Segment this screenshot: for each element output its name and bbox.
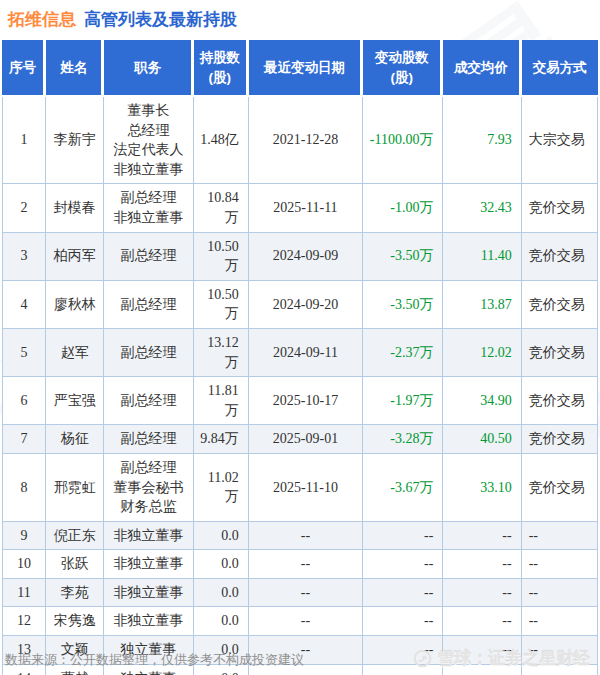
cell-change: -2.37万: [363, 329, 443, 377]
table-row: 8邢霓虹副总经理董事会秘书财务总监11.02万2025-11-10-3.67万3…: [2, 454, 598, 522]
cell-price: 40.50: [443, 425, 521, 454]
cell-name: 严宝强: [46, 377, 104, 425]
cell-method: 竞价交易: [522, 281, 598, 329]
page-title: 拓维信息高管列表及最新持股: [8, 8, 237, 31]
cell-price: 11.40: [443, 233, 521, 281]
cell-change: --: [363, 550, 443, 579]
table-row: 7杨征副总经理9.84万2025-09-01-3.28万40.50竞价交易: [2, 425, 598, 454]
column-header-position: 职务: [104, 40, 193, 97]
column-header-date: 最近变动日期: [249, 40, 363, 97]
cell-method: --: [522, 607, 598, 636]
cell-name: 廖秋林: [46, 281, 104, 329]
cell-date: 2024-09-11: [249, 329, 363, 377]
xueqiu-logo-icon: [413, 649, 432, 668]
cell-name: 封模春: [46, 184, 104, 232]
table-row: 12宋隽逸非独立董事0.0--------: [2, 607, 598, 636]
cell-name: 宋隽逸: [46, 607, 104, 636]
cell-date: --: [249, 550, 363, 579]
table-row: 9倪正东非独立董事0.0--------: [2, 522, 598, 551]
cell-date: 2021-12-28: [249, 97, 363, 184]
page-subtitle: 高管列表及最新持股: [84, 10, 237, 29]
cell-date: 2024-09-09: [249, 233, 363, 281]
cell-no: 2: [2, 184, 46, 232]
cell-date: 2024-09-20: [249, 281, 363, 329]
cell-change: -1.97万: [363, 377, 443, 425]
cell-price: 7.93: [443, 97, 521, 184]
cell-shares: 9.84万: [194, 425, 249, 454]
cell-position: 副总经理: [104, 377, 193, 425]
cell-change: -1.00万: [363, 184, 443, 232]
cell-no: 1: [2, 97, 46, 184]
cell-name: 邢霓虹: [46, 454, 104, 522]
cell-no: 12: [2, 607, 46, 636]
cell-shares: 11.81万: [194, 377, 249, 425]
cell-price: --: [443, 522, 521, 551]
table-header-row: 序号姓名职务持股数(股)最近变动日期变动股数(股)成交均价交易方式: [2, 40, 598, 97]
table-row: 5赵军副总经理13.12万2024-09-11-2.37万12.02竞价交易: [2, 329, 598, 377]
cell-shares: 11.02万: [194, 454, 249, 522]
cell-method: 竞价交易: [522, 425, 598, 454]
executive-holdings-table: 序号姓名职务持股数(股)最近变动日期变动股数(股)成交均价交易方式 1李新宇董事…: [2, 40, 598, 675]
cell-price: 13.87: [443, 281, 521, 329]
page: 拓维信息高管列表及最新持股 证券之星 证券之星 证券之星 证券之星 序号姓名职务…: [0, 0, 600, 675]
cell-shares: 10.84万: [194, 184, 249, 232]
cell-shares: 1.48亿: [194, 97, 249, 184]
cell-name: 赵军: [46, 329, 104, 377]
cell-position: 非独立董事: [104, 522, 193, 551]
brand-watermark: 雪球：证券之星财经: [413, 647, 590, 670]
column-header-name: 姓名: [46, 40, 104, 97]
table-row: 4廖秋林副总经理10.50万2024-09-20-3.50万13.87竞价交易: [2, 281, 598, 329]
column-header-change: 变动股数(股): [363, 40, 443, 97]
cell-change: --: [363, 607, 443, 636]
cell-position: 副总经理: [104, 281, 193, 329]
cell-shares: 10.50万: [194, 281, 249, 329]
cell-method: 竞价交易: [522, 329, 598, 377]
cell-change: -3.50万: [363, 233, 443, 281]
cell-price: --: [443, 607, 521, 636]
cell-price: 33.10: [443, 454, 521, 522]
cell-method: --: [522, 550, 598, 579]
cell-position: 副总经理非独立董事: [104, 184, 193, 232]
cell-no: 3: [2, 233, 46, 281]
cell-price: 34.90: [443, 377, 521, 425]
cell-change: -3.28万: [363, 425, 443, 454]
cell-shares: 10.50万: [194, 233, 249, 281]
cell-price: --: [443, 579, 521, 608]
cell-shares: 0.0: [194, 607, 249, 636]
cell-change: --: [363, 579, 443, 608]
cell-no: 11: [2, 579, 46, 608]
cell-position: 副总经理: [104, 233, 193, 281]
cell-change: -3.67万: [363, 454, 443, 522]
cell-change: -1100.00万: [363, 97, 443, 184]
cell-date: 2025-11-10: [249, 454, 363, 522]
cell-name: 杨征: [46, 425, 104, 454]
table-row: 10张跃非独立董事0.0--------: [2, 550, 598, 579]
cell-no: 9: [2, 522, 46, 551]
cell-method: 竞价交易: [522, 184, 598, 232]
table-row: 3柏丙军副总经理10.50万2024-09-09-3.50万11.40竞价交易: [2, 233, 598, 281]
cell-name: 倪正东: [46, 522, 104, 551]
cell-date: --: [249, 607, 363, 636]
cell-no: 10: [2, 550, 46, 579]
table-row: 2封模春副总经理非独立董事10.84万2025-11-11-1.00万32.43…: [2, 184, 598, 232]
cell-method: --: [522, 522, 598, 551]
cell-shares: 0.0: [194, 522, 249, 551]
cell-price: 12.02: [443, 329, 521, 377]
cell-date: --: [249, 522, 363, 551]
cell-position: 非独立董事: [104, 579, 193, 608]
cell-change: -3.50万: [363, 281, 443, 329]
cell-no: 4: [2, 281, 46, 329]
cell-name: 李苑: [46, 579, 104, 608]
cell-position: 副总经理: [104, 329, 193, 377]
cell-name: 李新宇: [46, 97, 104, 184]
column-header-shares: 持股数(股): [194, 40, 249, 97]
cell-change: --: [363, 522, 443, 551]
table-row: 11李苑非独立董事0.0--------: [2, 579, 598, 608]
cell-shares: 0.0: [194, 550, 249, 579]
cell-name: 张跃: [46, 550, 104, 579]
column-header-price: 成交均价: [443, 40, 521, 97]
cell-date: 2025-11-11: [249, 184, 363, 232]
cell-method: 大宗交易: [522, 97, 598, 184]
brand-watermark-text: 雪球：证券之星财经: [437, 647, 590, 670]
cell-method: 竞价交易: [522, 377, 598, 425]
